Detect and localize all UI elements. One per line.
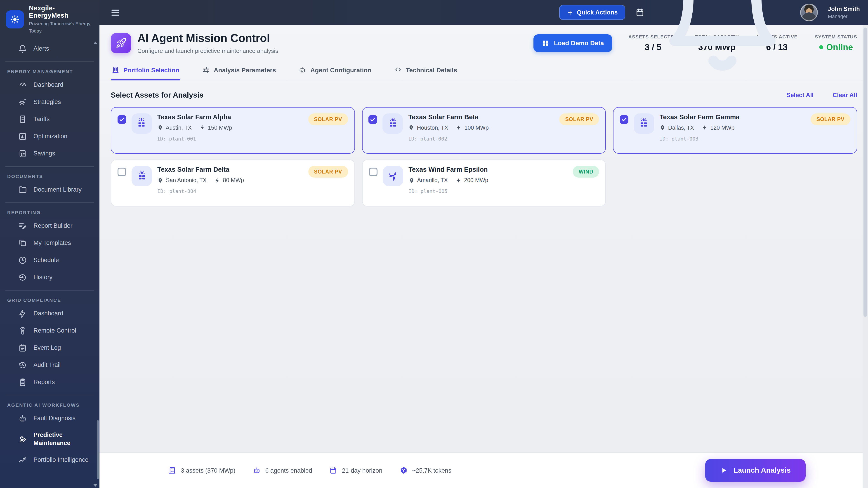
calendar-icon[interactable]	[635, 8, 645, 17]
asset-location: Austin, TX	[166, 125, 192, 131]
launch-analysis-button[interactable]: Launch Analysis	[706, 459, 806, 482]
sidebar-item-remote-control[interactable]: Remote Control	[0, 322, 99, 339]
asset-type-badge: SOLAR PV	[308, 113, 348, 125]
check-icon	[370, 116, 376, 122]
tab-analysis-parameters[interactable]: Analysis Parameters	[201, 61, 277, 80]
tab-agent-configuration[interactable]: Agent Configuration	[298, 61, 373, 80]
sidebar-item-audit-trail[interactable]: Audit Trail	[0, 357, 99, 374]
robot-icon	[253, 466, 261, 475]
asset-card-texas-solar-farm-alpha[interactable]: Texas Solar Farm Alpha Austin, TX 150 MW…	[111, 107, 355, 154]
asset-card-texas-solar-farm-gamma[interactable]: Texas Solar Farm Gamma Dallas, TX 120 MW…	[613, 107, 857, 154]
page-scrollbar-thumb[interactable]	[864, 28, 867, 317]
bell-icon	[18, 44, 27, 53]
page-subtitle: Configure and launch predictive maintena…	[137, 47, 278, 54]
status-dot	[819, 45, 823, 49]
sidebar-item-dashboard[interactable]: Dashboard	[0, 76, 99, 94]
asset-card-texas-solar-farm-delta[interactable]: Texas Solar Farm Delta San Antonio, TX 8…	[111, 160, 355, 206]
asset-id: ID: plant-001	[157, 136, 348, 142]
wind-icon	[387, 170, 399, 182]
gauge-icon	[18, 80, 27, 90]
sidebar-item-fault-diagnosis[interactable]: Fault Diagnosis	[0, 410, 99, 427]
sidebar-item-dashboard[interactable]: Dashboard	[0, 305, 99, 322]
footer-bar: 3 assets (370 MWp) 6 agents enabled 21-d…	[99, 452, 868, 488]
clear-all-link[interactable]: Clear All	[833, 92, 857, 98]
asset-name: Texas Wind Farm Epsilon	[408, 166, 599, 173]
sidebar-item-alerts[interactable]: Alerts	[0, 40, 99, 57]
solar-icon	[638, 118, 650, 129]
sidebar-item-strategies[interactable]: Strategies	[0, 94, 99, 111]
content: Select Assets for Analysis Select All Cl…	[99, 80, 868, 452]
bolt-fill-icon	[456, 177, 461, 183]
load-demo-data-button[interactable]: Load Demo Data	[534, 34, 612, 52]
sidebar-item-tariffs[interactable]: Tariffs	[0, 111, 99, 128]
bell-icon	[655, 0, 790, 80]
app-root: Nexgile-EnergyMesh Powering Tomorrow's E…	[0, 0, 868, 488]
asset-card-texas-solar-farm-beta[interactable]: Texas Solar Farm Beta Houston, TX 100 MW…	[362, 107, 606, 154]
sidebar-scrollbar[interactable]	[97, 420, 99, 479]
summary-6-agents-enabled: 6 agents enabled	[253, 466, 312, 475]
asset-icon-tile	[382, 113, 403, 133]
clock-icon	[18, 256, 27, 265]
avatar[interactable]	[800, 4, 818, 21]
section-divider	[5, 290, 94, 291]
brand-name: Nexgile-EnergyMesh	[29, 5, 94, 19]
sidebar-item-document-library[interactable]: Document Library	[0, 181, 99, 198]
asset-id: ID: plant-005	[408, 188, 599, 194]
asset-checkbox[interactable]	[368, 115, 377, 124]
trend-sparkle-icon	[18, 456, 27, 465]
footer-summary: 3 assets (370 MWp) 6 agents enabled 21-d…	[168, 466, 452, 475]
gear-sparkle-icon	[18, 98, 27, 107]
page-scrollbar[interactable]	[863, 25, 868, 488]
sidebar-nav: Alerts ENERGY MANAGEMENT	[0, 39, 99, 469]
sidebar-scroll-up-icon[interactable]	[93, 41, 98, 44]
sidebar-item-event-log[interactable]: Event Log	[0, 339, 99, 357]
sidebar-scroll-down-icon[interactable]	[93, 484, 98, 487]
grid-icon	[542, 39, 550, 47]
user-menu[interactable]: John Smith Manager	[828, 6, 860, 19]
user-name: John Smith	[828, 6, 860, 12]
remote-icon	[18, 326, 27, 335]
asset-icon-tile	[131, 113, 152, 133]
sidebar-item-portfolio-intelligence[interactable]: Portfolio Intelligence	[0, 452, 99, 469]
sidebar-item-predictive-maintenance[interactable]: Predictive Maintenance	[0, 427, 99, 452]
asset-card-texas-wind-farm-epsilon[interactable]: Texas Wind Farm Epsilon Amarillo, TX 200…	[362, 160, 606, 206]
section-label: ENERGY MANAGEMENT	[0, 66, 99, 76]
building-icon	[112, 66, 119, 74]
asset-capacity: 200 MWp	[464, 177, 488, 184]
asset-id: ID: plant-002	[408, 136, 599, 142]
select-all-link[interactable]: Select All	[786, 92, 814, 98]
worker-icon	[18, 435, 27, 444]
sidebar-item-history[interactable]: History	[0, 269, 99, 286]
check-icon	[119, 116, 125, 122]
sidebar-item-reports[interactable]: Reports	[0, 374, 99, 391]
sidebar-section: DOCUMENTS Document Library	[0, 166, 99, 198]
tab-technical-details[interactable]: Technical Details	[393, 61, 458, 80]
sidebar-item-schedule[interactable]: Schedule	[0, 252, 99, 269]
brand-logo	[6, 10, 24, 29]
asset-location: Amarillo, TX	[417, 177, 448, 184]
asset-icon-tile	[634, 113, 654, 133]
sidebar-item-report-builder[interactable]: Report Builder	[0, 217, 99, 234]
bolt-fill-icon	[199, 125, 205, 131]
asset-id: ID: plant-003	[659, 136, 850, 142]
robot-icon	[18, 414, 27, 423]
section-divider	[5, 395, 94, 395]
asset-checkbox[interactable]	[369, 168, 377, 176]
notifications-button[interactable]: 4	[655, 0, 790, 80]
templates-icon	[18, 238, 27, 248]
asset-checkbox[interactable]	[118, 168, 126, 176]
asset-checkbox[interactable]	[117, 115, 126, 124]
quick-actions-button[interactable]: Quick Actions	[559, 5, 625, 20]
sidebar-item-savings[interactable]: Savings	[0, 145, 99, 162]
sidebar-item-optimization[interactable]: Optimization	[0, 128, 99, 145]
report-builder-icon	[18, 221, 27, 230]
menu-icon[interactable]	[110, 7, 120, 18]
sidebar-item-my-templates[interactable]: My Templates	[0, 234, 99, 252]
sun-icon	[10, 14, 20, 24]
tab-portfolio-selection[interactable]: Portfolio Selection	[111, 61, 180, 80]
asset-checkbox[interactable]	[620, 115, 628, 124]
user-role: Manager	[828, 13, 860, 19]
asset-capacity: 100 MWp	[465, 125, 489, 131]
sidebar: Nexgile-EnergyMesh Powering Tomorrow's E…	[0, 0, 99, 488]
section-label: GRID COMPLIANCE	[0, 295, 99, 305]
